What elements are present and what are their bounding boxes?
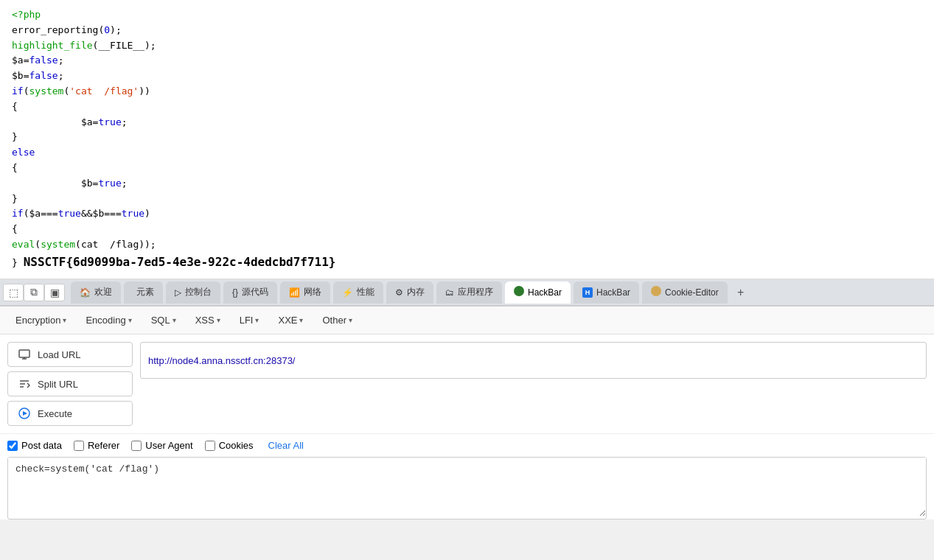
split-url-icon bbox=[17, 377, 32, 391]
svg-marker-7 bbox=[23, 411, 27, 416]
menu-arrow: ▾ bbox=[128, 316, 132, 324]
execute-icon bbox=[17, 406, 32, 421]
devtools-icon-3[interactable]: ▣ bbox=[44, 284, 65, 301]
menu-label: XSS bbox=[195, 315, 215, 326]
add-tab-button[interactable]: + bbox=[732, 284, 750, 301]
browser-tab-tab-1[interactable]: 🏠欢迎 bbox=[71, 281, 121, 304]
tab-icon: 🏠 bbox=[80, 287, 91, 298]
menu-item-lfi[interactable]: LFI▾ bbox=[231, 311, 268, 329]
tab-icon: {} bbox=[232, 287, 238, 298]
hackbar-main-content: Load URL Split URL bbox=[0, 335, 934, 433]
tab-label: HackBar bbox=[528, 287, 562, 298]
menu-label: Encoding bbox=[86, 315, 125, 326]
tab-icon bbox=[514, 286, 524, 298]
menu-item-encoding[interactable]: Encoding▾ bbox=[77, 311, 139, 329]
devtools-icon-2[interactable]: ⧉ bbox=[24, 284, 44, 301]
hackbar-panel: Encryption▾Encoding▾SQL▾XSS▾LFI▾XXE▾Othe… bbox=[0, 306, 934, 519]
cookies-checkbox[interactable] bbox=[205, 441, 215, 451]
referer-checkbox[interactable] bbox=[74, 441, 84, 451]
load-url-label: Load URL bbox=[38, 349, 81, 360]
user-agent-checkbox[interactable] bbox=[131, 441, 142, 451]
load-url-button[interactable]: Load URL bbox=[7, 342, 133, 367]
hackbar-url-area bbox=[140, 342, 927, 426]
menu-item-xss[interactable]: XSS▾ bbox=[187, 311, 229, 329]
execute-button[interactable]: Execute bbox=[7, 401, 133, 426]
cookies-label: Cookies bbox=[219, 440, 254, 451]
menu-label: Encryption bbox=[15, 315, 60, 326]
referer-label: Referer bbox=[88, 440, 119, 451]
menu-arrow: ▾ bbox=[172, 316, 176, 324]
clear-all-button[interactable]: Clear All bbox=[268, 440, 304, 451]
browser-tab-tab-9[interactable]: HackBar bbox=[505, 281, 571, 304]
split-url-label: Split URL bbox=[38, 379, 78, 390]
menu-item-xxe[interactable]: XXE▾ bbox=[270, 311, 311, 329]
tab-label: 内存 bbox=[407, 286, 425, 298]
menu-label: Other bbox=[322, 315, 346, 326]
split-url-button[interactable]: Split URL bbox=[7, 371, 133, 396]
menu-arrow: ▾ bbox=[217, 316, 220, 324]
post-data-input[interactable] bbox=[8, 458, 926, 517]
cookies-checkbox-label[interactable]: Cookies bbox=[205, 440, 254, 451]
menu-item-sql[interactable]: SQL▾ bbox=[143, 311, 184, 329]
menu-label: SQL bbox=[151, 315, 170, 326]
browser-tab-tab-6[interactable]: ⚡性能 bbox=[333, 281, 383, 304]
tab-label: 网络 bbox=[304, 286, 321, 298]
hackbar-left-buttons: Load URL Split URL bbox=[7, 342, 133, 426]
browser-tab-tab-10[interactable]: HHackBar bbox=[574, 281, 639, 304]
hackbar-checks: Post data Referer User Agent Cookies Cle… bbox=[0, 433, 934, 457]
tab-label: 应用程序 bbox=[458, 286, 493, 298]
menu-item-encryption[interactable]: Encryption▾ bbox=[7, 311, 74, 329]
hackbar-postdata-area bbox=[7, 457, 927, 519]
tab-label: HackBar bbox=[596, 287, 630, 298]
browser-tab-tab-4[interactable]: {}源代码 bbox=[223, 281, 277, 304]
browser-tab-tab-8[interactable]: 🗂应用程序 bbox=[436, 281, 502, 304]
hackbar-menu: Encryption▾Encoding▾SQL▾XSS▾LFI▾XXE▾Othe… bbox=[0, 307, 934, 335]
devtools-icon-1[interactable]: ⬚ bbox=[3, 284, 24, 301]
tab-label: Cookie-Editor bbox=[665, 287, 719, 298]
menu-arrow: ▾ bbox=[63, 316, 66, 324]
tab-label: 元素 bbox=[136, 286, 154, 298]
tab-icon: ▷ bbox=[175, 287, 181, 298]
menu-item-other[interactable]: Other▾ bbox=[314, 311, 360, 329]
menu-arrow: ▾ bbox=[349, 316, 352, 324]
tab-label: 源代码 bbox=[242, 286, 268, 298]
menu-label: XXE bbox=[278, 315, 297, 326]
tab-icon: ⚡ bbox=[342, 287, 353, 298]
tab-label: 欢迎 bbox=[94, 286, 112, 298]
svg-rect-0 bbox=[19, 350, 29, 357]
tab-icon: H bbox=[582, 287, 593, 298]
user-agent-label: User Agent bbox=[145, 440, 192, 451]
post-data-checkbox-label[interactable]: Post data bbox=[7, 440, 62, 451]
tab-label: 性能 bbox=[357, 286, 374, 298]
user-agent-checkbox-label[interactable]: User Agent bbox=[131, 440, 192, 451]
load-url-icon bbox=[17, 347, 32, 362]
post-data-label: Post data bbox=[21, 440, 62, 451]
menu-arrow: ▾ bbox=[299, 316, 303, 324]
menu-label: LFI bbox=[240, 315, 254, 326]
browser-tabs: ⬚ ⧉ ▣ 🏠欢迎元素▷控制台{}源代码📶网络⚡性能⚙内存🗂应用程序HackBa… bbox=[0, 279, 934, 306]
url-input[interactable] bbox=[140, 342, 927, 379]
tab-label: 控制台 bbox=[185, 286, 212, 298]
tab-icon bbox=[651, 286, 661, 298]
browser-tab-tab-2[interactable]: 元素 bbox=[124, 281, 163, 304]
menu-arrow: ▾ bbox=[255, 316, 259, 324]
code-display: <?php error_reporting(0); highlight_file… bbox=[0, 0, 934, 279]
browser-tab-tab-11[interactable]: Cookie-Editor bbox=[642, 281, 728, 304]
referer-checkbox-label[interactable]: Referer bbox=[74, 440, 119, 451]
post-data-checkbox[interactable] bbox=[7, 441, 18, 451]
tab-icon: 🗂 bbox=[445, 287, 454, 298]
tab-icon: ⚙ bbox=[395, 287, 403, 298]
tab-icon: 📶 bbox=[289, 287, 300, 298]
browser-tab-tab-5[interactable]: 📶网络 bbox=[280, 281, 330, 304]
browser-tab-tab-7[interactable]: ⚙内存 bbox=[386, 281, 433, 304]
browser-tab-tab-3[interactable]: ▷控制台 bbox=[166, 281, 220, 304]
execute-label: Execute bbox=[38, 408, 72, 419]
